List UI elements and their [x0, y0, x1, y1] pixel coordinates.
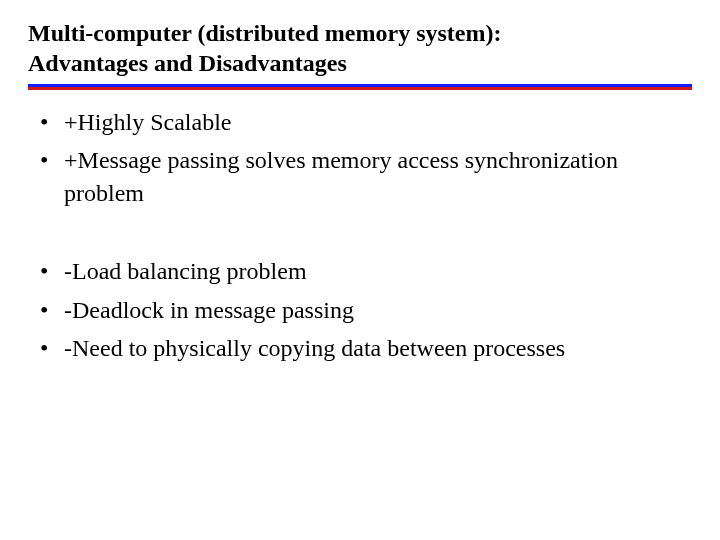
slide-title: Multi-computer (distributed memory syste… — [28, 18, 692, 78]
slide-body: +Highly Scalable +Message passing solves… — [28, 90, 692, 364]
bullet-text: +Highly Scalable — [64, 109, 232, 135]
title-line-1: Multi-computer (distributed memory syste… — [28, 20, 501, 46]
list-item: -Need to physically copying data between… — [36, 332, 684, 364]
bullet-text: -Need to physically copying data between… — [64, 335, 565, 361]
list-item: -Load balancing problem — [36, 255, 684, 287]
bullet-text: +Message passing solves memory access sy… — [64, 147, 618, 205]
title-line-2: Advantages and Disadvantages — [28, 50, 347, 76]
list-item: +Highly Scalable — [36, 106, 684, 138]
advantages-list: +Highly Scalable +Message passing solves… — [36, 106, 684, 209]
list-item: +Message passing solves memory access sy… — [36, 144, 684, 209]
bullet-text: -Load balancing problem — [64, 258, 307, 284]
bullet-text: -Deadlock in message passing — [64, 297, 354, 323]
list-item: -Deadlock in message passing — [36, 294, 684, 326]
slide: Multi-computer (distributed memory syste… — [0, 0, 720, 364]
disadvantages-list: -Load balancing problem -Deadlock in mes… — [36, 255, 684, 364]
